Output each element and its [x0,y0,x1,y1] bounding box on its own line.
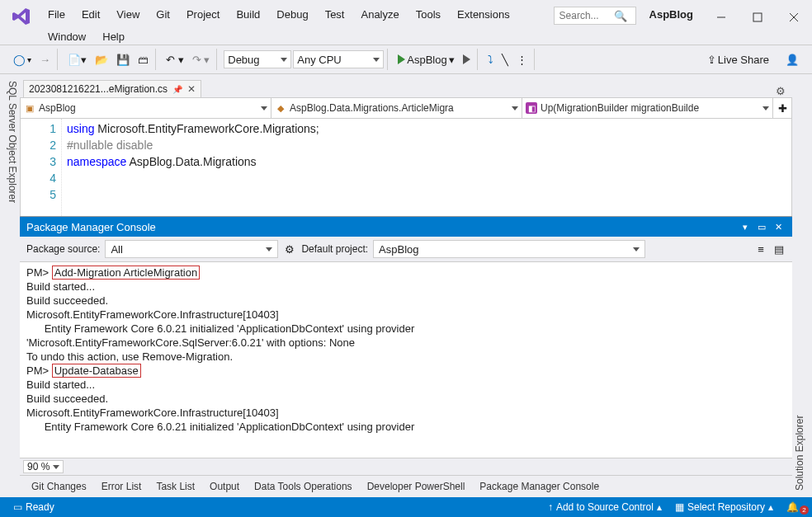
notifications-icon[interactable]: 🔔2 [780,501,805,513]
close-button[interactable] [779,7,809,28]
select-repo[interactable]: ▦ Select Repository ▴ [668,501,780,513]
live-share-button[interactable]: ⇪ Live Share [704,52,772,68]
class-icon: ◆ [275,102,286,114]
right-side-tab[interactable]: Solution Explorer [792,74,812,497]
nav-project[interactable]: ▣AspBlog [21,98,271,118]
search-box[interactable]: 🔍 [554,7,636,25]
split-icon[interactable]: ✚ [773,98,791,118]
play-outline-icon [463,54,470,64]
menu-debug[interactable]: Debug [270,5,314,24]
doc-tab[interactable]: 2023081216221...eMigration.cs 📌 ✕ [23,80,201,97]
solution-name: AspBlog [643,7,700,22]
run-nodebug-button[interactable] [460,53,474,66]
menu-help[interactable]: Help [96,27,131,46]
menu-project[interactable]: Project [180,5,226,24]
save-all-icon[interactable]: 🗃 [135,52,152,68]
share-icon: ⇪ [707,54,716,66]
doc-tab-name: 2023081216221...eMigration.cs [29,83,168,95]
menu-tools[interactable]: Tools [409,5,447,24]
menu-extensions[interactable]: Extensions [451,5,517,24]
menu-git[interactable]: Git [149,5,177,24]
search-icon: 🔍 [614,9,627,22]
gear-icon[interactable]: ⚙ [283,242,296,256]
bottom-tab-output[interactable]: Output [203,478,246,495]
toolbar-misc-icon[interactable]: ╲ [498,52,512,68]
title-bar: FileEditViewGitProjectBuildDebugTestAnal… [0,0,812,45]
package-manager-console: Package Manager Console ▾ ▭ ✕ Package so… [20,216,792,475]
account-icon[interactable]: 👤 [782,52,802,68]
undo-button[interactable]: ↶ ▾ [163,52,187,68]
add-source-control[interactable]: ↑ Add to Source Control ▴ [541,501,668,513]
pmc-title-text: Package Manager Console [26,221,738,233]
bottom-tab-error-list[interactable]: Error List [95,478,149,495]
toolbar-dots-icon[interactable]: ⋮ [513,52,531,68]
tab-close-icon[interactable]: ✕ [187,83,196,95]
pmc-zoom: 90 % [20,458,792,475]
bottom-tab-developer-powershell[interactable]: Developer PowerShell [361,478,472,495]
pmc-proj-label: Default project: [301,243,368,255]
nav-class[interactable]: ◆AspBlog.Data.Migrations.ArticleMigra [271,98,522,118]
menu-edit[interactable]: Edit [75,5,106,24]
bottom-tab-task-list[interactable]: Task List [149,478,201,495]
vs-logo-icon [10,5,33,28]
clear-icon[interactable]: ≡ [754,242,767,256]
left-side-tab[interactable]: SQL Server Object Explorer [0,74,20,497]
pmc-close-icon[interactable]: ✕ [771,220,786,233]
step-icon[interactable]: ⤵ [484,52,497,68]
main-menu: FileEditViewGitProjectBuildDebugTestAnal… [41,2,554,46]
platform-select[interactable]: Any CPU [293,50,384,68]
pmc-titlebar[interactable]: Package Manager Console ▾ ▭ ✕ [20,217,792,237]
nav-back-button[interactable]: ◯ ▾ [10,52,35,68]
new-project-icon[interactable]: 📄▾ [64,52,90,68]
pmc-dropdown-icon[interactable]: ▾ [738,220,753,233]
menu-file[interactable]: File [41,5,72,24]
search-input[interactable] [559,10,609,21]
project-icon: ▣ [24,102,35,114]
menu-build[interactable]: Build [229,5,267,24]
pmc-overflow-icon[interactable]: ▤ [772,242,786,256]
nav-fwd-button[interactable]: → [36,52,54,68]
bottom-tab-data-tools-operations[interactable]: Data Tools Operations [248,478,359,495]
maximize-button[interactable] [743,7,772,28]
pmc-src-label: Package source: [26,243,100,255]
code-editor[interactable]: 12345 using Microsoft.EntityFrameworkCor… [20,119,792,216]
redo-button[interactable]: ↷ ▾ [189,52,214,68]
status-ready: ▭ Ready [7,501,61,513]
open-icon[interactable]: 📂 [92,52,111,68]
zoom-select[interactable]: 90 % [23,460,64,473]
save-icon[interactable]: 💾 [113,52,133,68]
tool-window-tabs: Git ChangesError ListTask ListOutputData… [20,475,792,497]
pmc-toolbar: Package source: All ⚙ Default project: A… [20,237,792,262]
document-tabstrip: 2023081216221...eMigration.cs 📌 ✕ ⚙ [20,74,792,97]
config-select[interactable]: Debug [224,50,291,68]
menu-analyze[interactable]: Analyze [354,5,405,24]
nav-method[interactable]: ◧Up(MigrationBuilder migrationBuilde [522,98,773,118]
menu-view[interactable]: View [110,5,146,24]
code-content[interactable]: using Microsoft.EntityFrameworkCore.Migr… [62,119,319,216]
svg-rect-1 [753,13,762,21]
menu-window[interactable]: Window [41,27,92,46]
code-nav-bar: ▣AspBlog ◆AspBlog.Data.Migrations.Articl… [20,97,792,119]
status-bar: ▭ Ready ↑ Add to Source Control ▴ ▦ Sele… [0,497,812,517]
pmc-pin-icon[interactable]: ▭ [754,220,769,233]
bottom-tab-git-changes[interactable]: Git Changes [25,478,93,495]
minimize-button[interactable] [706,7,736,28]
pmc-output[interactable]: PM> Add-Migration ArticleMigrationBuild … [20,262,792,458]
pmc-proj-select[interactable]: AspBlog [373,240,645,258]
pmc-src-select[interactable]: All [105,240,278,258]
bottom-tab-package-manager-console[interactable]: Package Manager Console [473,478,606,495]
method-icon: ◧ [526,102,537,114]
pin-icon[interactable]: 📌 [172,85,182,94]
tab-options-icon[interactable]: ⚙ [769,85,792,97]
run-button[interactable]: AspBlog ▾ [394,52,457,68]
play-icon [398,54,405,64]
menu-test[interactable]: Test [319,5,352,24]
line-numbers: 12345 [37,119,62,216]
standard-toolbar: ◯ ▾ → 📄▾ 📂 💾 🗃 ↶ ▾ ↷ ▾ Debug Any CPU Asp… [0,45,812,74]
